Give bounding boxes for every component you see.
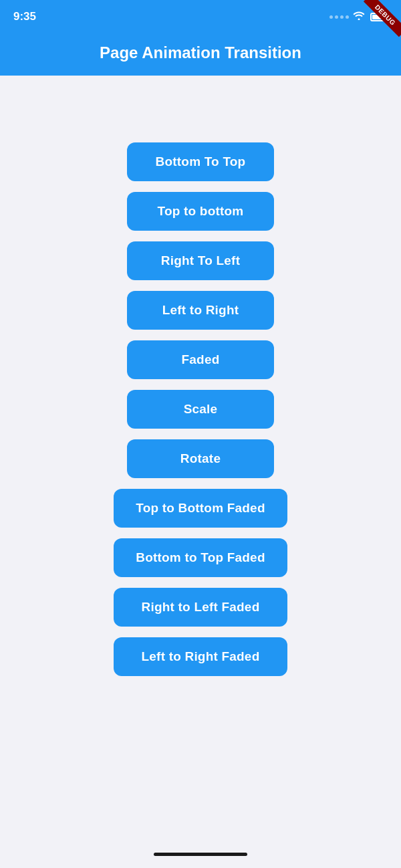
faded-button[interactable]: Faded (127, 340, 274, 379)
signal-dot-4 (346, 15, 349, 19)
app-header: Page Animation Transition (0, 33, 401, 76)
top-to-bottom-button[interactable]: Top to bottom (127, 192, 274, 231)
signal-dot-1 (329, 15, 333, 19)
scale-button[interactable]: Scale (127, 390, 274, 429)
rotate-button[interactable]: Rotate (127, 439, 274, 478)
signal-dots-icon (329, 15, 349, 19)
signal-dot-3 (340, 15, 344, 19)
status-bar: 9:35 DEBUG (0, 0, 401, 33)
left-to-right-button[interactable]: Left to Right (127, 291, 274, 330)
right-to-left-button[interactable]: Right To Left (127, 241, 274, 280)
home-indicator (154, 853, 247, 856)
right-to-left-faded-button[interactable]: Right to Left Faded (114, 588, 287, 627)
left-to-right-faded-button[interactable]: Left to Right Faded (114, 637, 287, 676)
debug-badge: DEBUG (361, 0, 401, 40)
bottom-to-top-faded-button[interactable]: Bottom to Top Faded (114, 538, 287, 577)
debug-label: DEBUG (364, 0, 401, 37)
status-time: 9:35 (13, 10, 36, 23)
page-title: Page Animation Transition (13, 43, 388, 62)
bottom-to-top-button[interactable]: Bottom To Top (127, 142, 274, 181)
top-to-bottom-faded-button[interactable]: Top to Bottom Faded (114, 489, 287, 528)
signal-dot-2 (335, 15, 338, 19)
main-content: Bottom To TopTop to bottomRight To LeftL… (0, 76, 401, 703)
